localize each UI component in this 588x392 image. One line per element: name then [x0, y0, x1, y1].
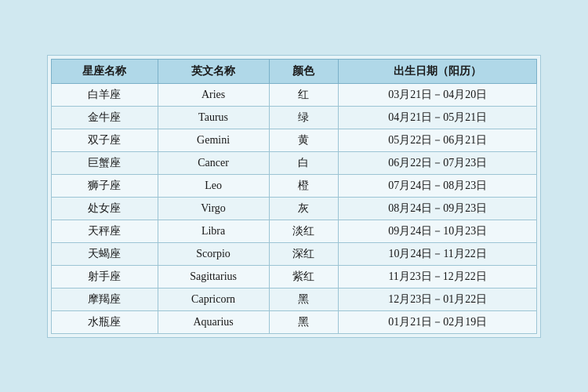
cell-english: Capricorn — [158, 288, 269, 310]
cell-english: Libra — [158, 220, 269, 242]
cell-chinese: 巨蟹座 — [52, 151, 158, 174]
cell-color: 橙 — [269, 174, 339, 197]
cell-chinese: 摩羯座 — [52, 288, 158, 310]
cell-color: 淡红 — [269, 220, 339, 242]
cell-english: Taurus — [158, 106, 269, 129]
cell-color: 紫红 — [269, 265, 339, 288]
cell-color: 灰 — [269, 197, 339, 220]
cell-chinese: 金牛座 — [52, 106, 158, 129]
cell-dates: 09月24日－10月23日 — [339, 220, 537, 242]
cell-chinese: 天蝎座 — [52, 242, 158, 265]
cell-english: Aquarius — [158, 310, 269, 333]
cell-chinese: 射手座 — [52, 265, 158, 288]
cell-chinese: 天秤座 — [52, 220, 158, 242]
table-row: 狮子座Leo橙07月24日－08月23日 — [52, 174, 537, 197]
cell-color: 绿 — [269, 106, 339, 129]
header-chinese-name: 星座名称 — [52, 59, 158, 83]
cell-dates: 03月21日－04月20日 — [339, 83, 537, 106]
cell-english: Virgo — [158, 197, 269, 220]
zodiac-table-container: 星座名称 英文名称 颜色 出生日期（阳历） 白羊座Aries红03月21日－04… — [47, 55, 541, 338]
table-row: 白羊座Aries红03月21日－04月20日 — [52, 83, 537, 106]
cell-english: Gemini — [158, 129, 269, 151]
cell-chinese: 白羊座 — [52, 83, 158, 106]
table-row: 天秤座Libra淡红09月24日－10月23日 — [52, 220, 537, 242]
table-row: 巨蟹座Cancer白06月22日－07月23日 — [52, 151, 537, 174]
header-english-name: 英文名称 — [158, 59, 269, 83]
cell-dates: 10月24日－11月22日 — [339, 242, 537, 265]
table-body: 白羊座Aries红03月21日－04月20日金牛座Taurus绿04月21日－0… — [52, 83, 537, 333]
cell-color: 黑 — [269, 310, 339, 333]
cell-chinese: 处女座 — [52, 197, 158, 220]
cell-dates: 11月23日－12月22日 — [339, 265, 537, 288]
header-color: 颜色 — [269, 59, 339, 83]
cell-english: Scorpio — [158, 242, 269, 265]
cell-color: 红 — [269, 83, 339, 106]
cell-english: Cancer — [158, 151, 269, 174]
cell-dates: 05月22日－06月21日 — [339, 129, 537, 151]
cell-color: 黄 — [269, 129, 339, 151]
cell-english: Aries — [158, 83, 269, 106]
table-row: 天蝎座Scorpio深红10月24日－11月22日 — [52, 242, 537, 265]
cell-dates: 06月22日－07月23日 — [339, 151, 537, 174]
table-row: 金牛座Taurus绿04月21日－05月21日 — [52, 106, 537, 129]
cell-english: Leo — [158, 174, 269, 197]
header-dates: 出生日期（阳历） — [339, 59, 537, 83]
table-row: 处女座Virgo灰08月24日－09月23日 — [52, 197, 537, 220]
table-row: 双子座Gemini黄05月22日－06月21日 — [52, 129, 537, 151]
cell-dates: 12月23日－01月22日 — [339, 288, 537, 310]
cell-english: Sagittarius — [158, 265, 269, 288]
cell-color: 黑 — [269, 288, 339, 310]
table-row: 摩羯座Capricorn黑12月23日－01月22日 — [52, 288, 537, 310]
zodiac-table: 星座名称 英文名称 颜色 出生日期（阳历） 白羊座Aries红03月21日－04… — [51, 59, 537, 334]
cell-dates: 07月24日－08月23日 — [339, 174, 537, 197]
table-header-row: 星座名称 英文名称 颜色 出生日期（阳历） — [52, 59, 537, 83]
cell-chinese: 水瓶座 — [52, 310, 158, 333]
table-row: 水瓶座Aquarius黑01月21日－02月19日 — [52, 310, 537, 333]
cell-chinese: 狮子座 — [52, 174, 158, 197]
cell-color: 深红 — [269, 242, 339, 265]
cell-chinese: 双子座 — [52, 129, 158, 151]
cell-dates: 01月21日－02月19日 — [339, 310, 537, 333]
cell-dates: 04月21日－05月21日 — [339, 106, 537, 129]
cell-color: 白 — [269, 151, 339, 174]
cell-dates: 08月24日－09月23日 — [339, 197, 537, 220]
table-row: 射手座Sagittarius紫红11月23日－12月22日 — [52, 265, 537, 288]
